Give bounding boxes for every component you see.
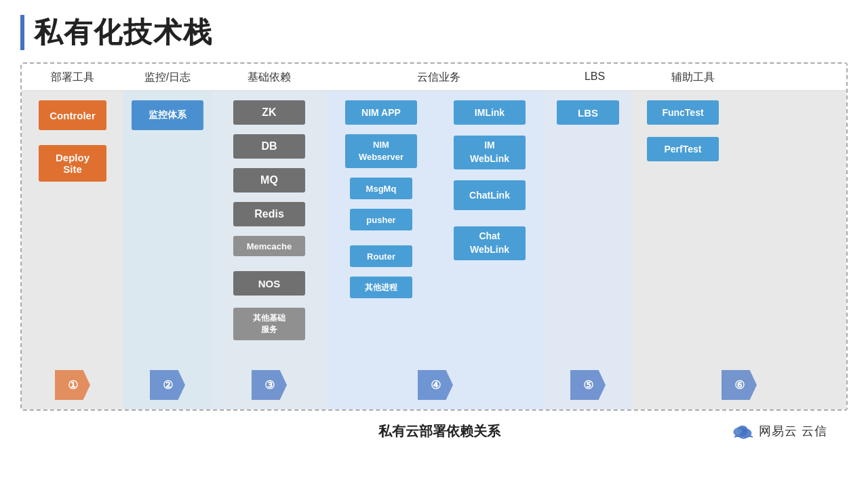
page: 私有化技术栈 部署工具 监控/日志 基础依赖 云信业务 LBS 辅助工具 Con… bbox=[0, 0, 868, 488]
box-perftest: PerfTest bbox=[647, 137, 719, 161]
arrow-2-slot: ② bbox=[123, 370, 212, 400]
col-tools: FuncTest PerfTest bbox=[632, 91, 734, 409]
arrow-4: ④ bbox=[418, 370, 453, 400]
box-nim-app: NIM APP bbox=[345, 100, 417, 125]
logo-text: 网易云 云信 bbox=[759, 423, 827, 439]
col-deploy: Controler DeploySite bbox=[22, 91, 123, 409]
diagram-body: Controler DeploySite 监控体系 ZK DB MQ Redis… bbox=[22, 91, 846, 409]
box-imlink: IMLink bbox=[454, 100, 526, 125]
col-filler bbox=[734, 91, 846, 409]
bottom-title: 私有云部署依赖关系 bbox=[149, 422, 730, 441]
page-title: 私有化技术栈 bbox=[34, 14, 213, 52]
box-redis: Redis bbox=[233, 202, 305, 226]
title-bar bbox=[20, 15, 24, 50]
box-lbs: LBS bbox=[557, 100, 619, 125]
box-router-wrapper: Router bbox=[350, 245, 412, 272]
box-mq: MQ bbox=[233, 168, 305, 192]
header-lbs: LBS bbox=[551, 70, 639, 85]
box-router: Router bbox=[350, 245, 412, 267]
header-deploy: 部署工具 bbox=[22, 70, 123, 85]
header-monitor: 监控/日志 bbox=[123, 70, 212, 85]
box-other-process: 其他进程 bbox=[350, 277, 412, 298]
col-business-left: NIM APP NIMWebserver MsgMq pusher Router… bbox=[327, 91, 435, 409]
box-im-weblink: IMWebLink bbox=[454, 136, 526, 169]
svg-point-3 bbox=[735, 428, 743, 434]
box-db: DB bbox=[233, 134, 305, 159]
arrow-1: ① bbox=[55, 370, 90, 400]
col-base: ZK DB MQ Redis Memcache NOS 其他基础服务 bbox=[212, 91, 327, 409]
arrow-5: ⑤ bbox=[570, 370, 606, 400]
box-chat-weblink-wrapper: ChatWebLink bbox=[454, 226, 526, 266]
box-functest: FuncTest bbox=[647, 100, 719, 125]
box-nos-wrapper: NOS bbox=[233, 271, 305, 301]
box-zk: ZK bbox=[233, 100, 305, 125]
header-base: 基础依赖 bbox=[212, 70, 327, 85]
arrow-1-slot: ① bbox=[22, 370, 123, 400]
arrow-3: ③ bbox=[252, 370, 287, 400]
box-nim-webserver: NIMWebserver bbox=[345, 134, 417, 168]
col-monitor: 监控体系 bbox=[123, 91, 212, 409]
col-business-right: IMLink IMWebLink ChatLink ChatWebLink bbox=[435, 91, 544, 409]
box-controler: Controler bbox=[39, 100, 106, 130]
box-chat-weblink: ChatWebLink bbox=[454, 226, 526, 260]
logo-icon bbox=[730, 422, 755, 441]
header-business: 云信业务 bbox=[327, 70, 551, 85]
arrow-2: ② bbox=[150, 370, 185, 400]
arrow-5-slot: ⑤ bbox=[544, 370, 632, 400]
box-msgmq: MsgMq bbox=[350, 178, 412, 199]
arrow-3-slot: ③ bbox=[212, 370, 327, 400]
box-chatlink: ChatLink bbox=[454, 180, 526, 210]
column-headers: 部署工具 监控/日志 基础依赖 云信业务 LBS 辅助工具 bbox=[22, 64, 846, 91]
box-monitor: 监控体系 bbox=[132, 100, 203, 130]
box-pusher: pusher bbox=[350, 209, 412, 230]
arrow-6-slot: ⑥ bbox=[632, 370, 846, 400]
title-section: 私有化技术栈 bbox=[20, 14, 848, 52]
box-nos: NOS bbox=[233, 271, 305, 296]
arrow-4-slot: ④ bbox=[327, 370, 544, 400]
diagram-outer: 部署工具 监控/日志 基础依赖 云信业务 LBS 辅助工具 Controler … bbox=[20, 62, 848, 411]
col-lbs: LBS bbox=[544, 91, 632, 409]
box-other-base: 其他基础服务 bbox=[233, 308, 305, 340]
box-deploy-site: DeploySite bbox=[39, 145, 106, 182]
logo-area: 网易云 云信 bbox=[730, 422, 827, 441]
bottom-caption: 私有云部署依赖关系 网易云 云信 bbox=[20, 415, 848, 441]
box-memcache: Memcache bbox=[233, 236, 305, 256]
arrow-6: ⑥ bbox=[722, 370, 757, 400]
header-tools: 辅助工具 bbox=[639, 70, 747, 85]
arrows-row: ① ② ③ ④ bbox=[22, 370, 846, 400]
